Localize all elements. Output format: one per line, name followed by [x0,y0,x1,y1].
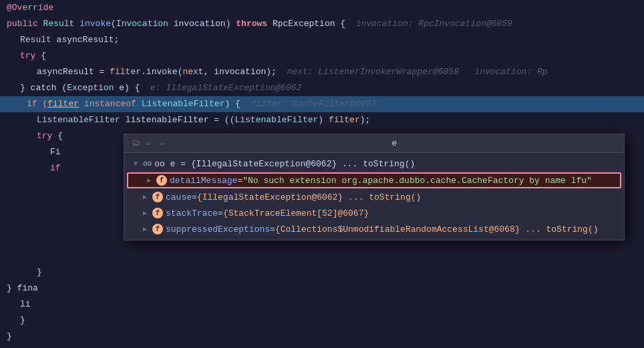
bottom-line-2: } fina [0,281,644,297]
debug-popup: 🗂 ← → e oo oo e = {IllegalStateException… [124,134,625,240]
code-token: public [7,17,43,31]
code-token: ( [111,17,116,31]
tree-row-suppressedexceptions[interactable]: f suppressedExceptions = {Collections$Un… [124,221,624,237]
code-token: } [37,265,42,280]
bottom-line-6: } else if [0,345,644,348]
editor-container: @Override public Result invoke(Invocatio… [0,0,644,348]
code-token: filter [110,65,141,79]
expand-arrow[interactable] [134,160,143,168]
popup-header: 🗂 ← → e [124,134,624,153]
field-icon: f [152,192,163,202]
code-token: instanceof [79,97,142,112]
code-line-4: try { [0,48,644,64]
tree-key: cause [166,192,192,202]
tree-operator: = [192,192,197,202]
tree-value: {StackTraceElement[52]@6067} [223,208,369,218]
code-token: e) { [114,81,150,96]
throws-keyword: throws [236,17,267,31]
code-token: asyncResult = [37,65,110,79]
bottom-line-1: } [0,265,644,281]
forward-button[interactable]: → [156,138,166,149]
tree-operator: = [270,224,275,234]
code-token: invoke [79,17,111,31]
code-token: listenableFilter = (( [120,113,235,128]
code-line-7: if (filter instanceof ListenableFilter) … [0,96,644,112]
code-token: filter [47,97,79,112]
code-line-3: Result asyncResult; [0,32,644,48]
code-token: } else if [7,345,53,348]
root-label: oo e = {IllegalStateException@6062} ... … [154,159,415,169]
code-line-8: ListenableFilter listenableFilter = ((Li… [0,112,644,128]
code-line-6: } catch (Exception e) { e: IllegalStateE… [0,80,644,96]
loop-icon: oo [143,160,152,168]
code-token: } [20,313,25,328]
tree-root-row[interactable]: oo oo e = {IllegalStateException@6062} .… [124,156,624,172]
tree-row-stacktrace[interactable]: f stackTrace = {StackTraceElement[52]@60… [124,205,624,221]
field-icon: f [152,224,163,234]
code-token: invocation) [168,17,236,31]
bottom-line-5: } [0,329,644,345]
tree-row-detailmessage[interactable]: f detailMessage = "No such extension org… [127,172,621,188]
code-hint: next: ListenerInvokerWrapper@6058 invoca… [287,65,548,79]
code-hint: e: IllegalStateException@6062 [150,81,301,96]
code-token: ); [360,113,371,128]
code-line-2: public Result invoke(Invocation invocati… [0,16,644,32]
code-token: Result [43,17,80,31]
popup-nav: 🗂 ← → [130,138,166,150]
tree-operator: = [218,208,223,218]
tree-value: {IllegalStateException@6062} ... toStrin… [197,192,421,202]
code-token: filter [329,113,360,128]
code-token: Result [20,33,51,47]
code-token: Fi [50,145,61,160]
code-token: if ( [27,97,47,112]
tree-value: "No such extension org.apache.dubbo.cach… [243,176,592,186]
code-token: next [182,65,203,79]
code-token: { [35,49,46,63]
bottom-line-3: li [0,297,644,313]
tree-row-cause[interactable]: f cause = {IllegalStateException@6062} .… [124,189,624,205]
tree-operator: = [237,176,243,186]
code-token: RpcException { [267,17,356,31]
code-token: } fina [7,281,38,296]
code-token: { [52,129,63,144]
code-token: ListenableFilter [234,113,318,128]
code-token: ListenableFilter [142,97,225,112]
tree-key: suppressedExceptions [166,224,270,234]
field-icon: f [152,208,163,218]
tree-key: detailMessage [170,176,237,186]
code-token: try [20,49,35,63]
code-token: try [37,129,52,144]
expand-arrow[interactable] [147,176,156,184]
code-line-1: @Override [0,0,644,16]
code-token: } [7,329,12,344]
code-token: , invocation); [204,65,287,79]
bottom-code-area: } } fina li } } } else if Filter listen [0,265,644,348]
bottom-line-4: } [0,313,644,329]
code-token: Invocation [116,17,168,31]
expand-arrow[interactable] [143,209,152,217]
code-token: ListenableFilter [37,113,120,128]
code-token: .invoke( [141,65,182,79]
code-hint: filter: CacheFilter@6057 [251,97,376,112]
popup-body: oo oo e = {IllegalStateException@6062} .… [124,153,624,240]
code-token: ) { [224,97,251,112]
code-token: ) [318,113,329,128]
expand-arrow[interactable] [143,225,152,233]
code-token: if [50,161,61,176]
folder-icon[interactable]: 🗂 [130,138,142,150]
code-token: @Override [7,1,53,15]
code-hint: invocation: RpcInvocation@6059 [356,17,512,31]
code-token: li [20,297,31,312]
code-token: asyncResult; [51,33,119,47]
expand-arrow[interactable] [143,193,152,201]
code-token: Exception [67,81,114,96]
tree-key: stackTrace [166,208,218,218]
code-area: @Override public Result invoke(Invocatio… [0,0,644,176]
code-token: } catch ( [20,81,67,96]
code-line-5: asyncResult = filter.invoke(next, invoca… [0,64,644,80]
field-icon: f [156,175,167,186]
tree-value: {Collections$UnmodifiableRandomAccessLis… [275,224,599,234]
popup-title: e [170,138,619,148]
back-button[interactable]: ← [144,138,154,149]
